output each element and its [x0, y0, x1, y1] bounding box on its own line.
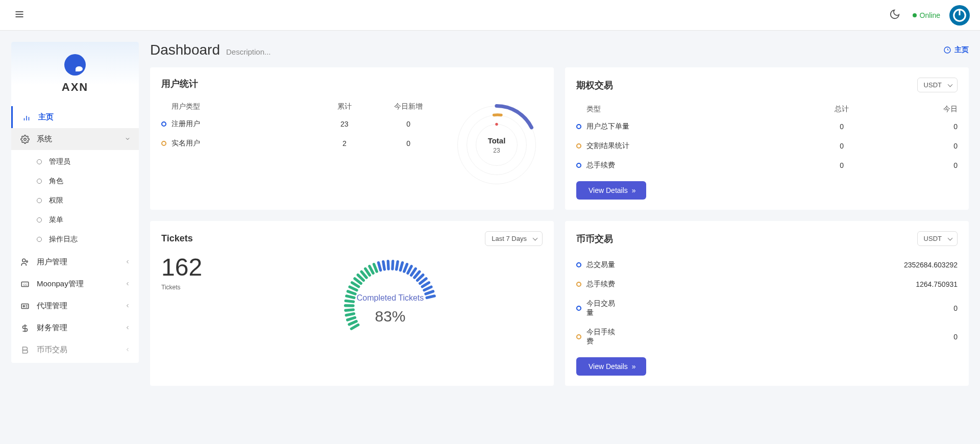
logo-text: AXN [16, 81, 134, 94]
circle-icon [37, 179, 42, 184]
circle-icon [37, 159, 42, 164]
page-title-wrap: Dashboard Description... [150, 42, 271, 58]
topbar-left [10, 5, 29, 26]
currency-selector[interactable]: USDT [917, 78, 958, 92]
nav-agent-label: 代理管理 [37, 301, 67, 311]
users-icon [20, 258, 30, 267]
svg-line-37 [369, 266, 373, 274]
row-total: 2 [312, 139, 376, 147]
row-label: 注册用户 [172, 119, 312, 129]
nav-finance[interactable]: 财务管理 [11, 317, 139, 339]
nav-permission[interactable]: 权限 [11, 191, 139, 210]
row-label: 总手续费 [586, 280, 617, 289]
svg-line-40 [383, 262, 384, 269]
svg-line-47 [411, 269, 415, 276]
user-avatar[interactable] [949, 5, 970, 26]
nav-permission-label: 权限 [49, 196, 63, 205]
options-table: 类型 总计 今日 用户总下单量 0 0 交割结果统计 0 0 [576, 102, 958, 175]
options-row: 交割结果统计 0 0 [576, 136, 958, 156]
dot-icon [576, 282, 581, 287]
row-label: 实名用户 [172, 139, 312, 148]
row-label: 用户总下单量 [586, 122, 757, 131]
chevron-left-icon [125, 258, 131, 266]
nav-moonpay[interactable]: CC Moonpay管理 [11, 273, 139, 295]
header-type: 类型 [576, 105, 757, 114]
row-label: 今日交易量 [586, 299, 617, 317]
spot-table: 总交易量 2352684.603292 总手续费 1264.750931 今日交… [576, 255, 958, 351]
nav-role-label: 角色 [49, 177, 63, 186]
content: Dashboard Description... 主页 用户统计 用户类型 累计 [150, 42, 969, 386]
logo-area: AXN [11, 42, 139, 104]
user-stats-gauge: Total 23 [451, 99, 543, 191]
chevron-left-icon [125, 346, 131, 354]
row-label: 总手续费 [586, 161, 757, 170]
svg-text:CC: CC [23, 283, 28, 286]
user-stats-row: 实名用户 2 0 [161, 134, 440, 153]
double-chevron-right-icon: » [632, 186, 634, 194]
header-total: 总计 [757, 105, 927, 114]
dot-icon [576, 334, 581, 339]
view-details-label: View Details [589, 186, 628, 194]
card-header: 期权交易 USDT [576, 78, 958, 92]
nav-spot-label: 币币交易 [37, 345, 67, 355]
options-row: 用户总下单量 0 0 [576, 117, 958, 136]
card-header: 用户统计 [161, 78, 543, 90]
svg-line-29 [346, 296, 354, 298]
view-details-button[interactable]: View Details » [576, 357, 646, 376]
svg-line-38 [374, 264, 377, 272]
hamburger-icon [14, 9, 24, 19]
nav-home[interactable]: 主页 [11, 106, 139, 128]
header-today: 今日 [927, 105, 958, 114]
row-total: 0 [757, 161, 927, 169]
tickets-count: 162 [161, 255, 223, 280]
row-total: 23 [312, 120, 376, 128]
dot-icon [576, 143, 581, 149]
nav-oplog[interactable]: 操作日志 [11, 230, 139, 249]
theme-toggle-button[interactable] [886, 6, 903, 25]
row-today: 0 [927, 142, 958, 150]
chevron-left-icon [125, 302, 131, 310]
view-details-button[interactable]: View Details » [576, 181, 646, 200]
nav-system[interactable]: 系统 [11, 128, 139, 150]
dot-icon [576, 306, 581, 311]
hamburger-menu-button[interactable] [10, 5, 29, 26]
options-title: 期权交易 [576, 79, 613, 91]
header-type: 用户类型 [161, 102, 312, 111]
card-spot-trade: 币币交易 USDT 总交易量 2352684.603292 总手续费 1264.… [565, 221, 969, 386]
topbar: Online [0, 0, 980, 31]
nav-moonpay-label: Moonpay管理 [37, 279, 84, 289]
gear-icon [20, 135, 30, 144]
svg-line-53 [425, 291, 433, 294]
svg-line-42 [392, 261, 393, 269]
chevron-down-icon [125, 135, 131, 143]
svg-line-49 [417, 275, 423, 281]
nav: 主页 系统 管理员 角色 权限 菜单 操作日志 用户管理 CC Moon [11, 104, 139, 363]
gauge-center: Completed Tickets 83% [357, 293, 424, 325]
dot-icon [576, 124, 581, 129]
svg-line-44 [400, 263, 402, 270]
double-chevron-right-icon: » [632, 362, 634, 371]
row-today: 0 [927, 161, 958, 169]
nav-user-mgmt[interactable]: 用户管理 [11, 251, 139, 273]
tickets-title: Tickets [161, 233, 193, 244]
nav-agent[interactable]: 代理管理 [11, 295, 139, 317]
tickets-gauge: Completed Tickets 83% [238, 255, 543, 357]
tickets-count-label: Tickets [161, 284, 223, 291]
nav-home-label: 主页 [38, 112, 54, 122]
nav-role[interactable]: 角色 [11, 171, 139, 191]
nav-admin[interactable]: 管理员 [11, 152, 139, 171]
card-header: Tickets Last 7 Days [161, 231, 543, 246]
nav-system-children: 管理员 角色 权限 菜单 操作日志 [11, 150, 139, 251]
svg-line-23 [349, 322, 356, 325]
nav-menu[interactable]: 菜单 [11, 210, 139, 230]
breadcrumb[interactable]: 主页 [943, 45, 969, 55]
dollar-icon [20, 324, 30, 333]
svg-line-35 [361, 272, 366, 278]
currency-selector[interactable]: USDT [917, 231, 958, 246]
svg-line-41 [388, 261, 388, 269]
svg-line-54 [427, 296, 434, 298]
row-label: 交割结果统计 [586, 141, 757, 151]
nav-spot[interactable]: 币币交易 [11, 339, 139, 357]
range-selector[interactable]: Last 7 Days [485, 231, 543, 246]
dot-icon [576, 262, 581, 267]
